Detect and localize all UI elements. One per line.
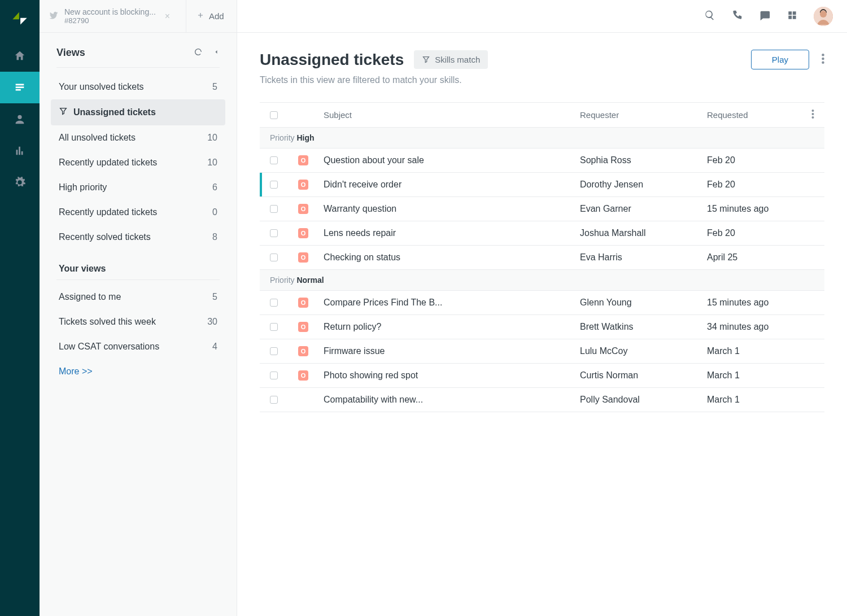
table-row[interactable]: O Photo showing red spot Curtis Norman M… [260, 364, 824, 388]
table-row[interactable]: Compatability with new... Polly Sandoval… [260, 388, 824, 412]
view-item[interactable]: Recently solved tickets8 [51, 225, 225, 250]
ticket-subject: Checking on status [324, 252, 580, 263]
col-requested[interactable]: Requested [707, 110, 803, 120]
svg-point-5 [812, 110, 814, 112]
ticket-subject: Firmware issue [324, 346, 580, 356]
row-checkbox[interactable] [270, 205, 278, 213]
main-area: New account is blocking... #82790 × Add [237, 0, 847, 616]
view-label: High priority [59, 182, 107, 193]
add-tab-button[interactable]: Add [186, 0, 234, 32]
ticket-requester: Curtis Norman [580, 370, 707, 381]
table-row[interactable]: O Firmware issue Lulu McCoy March 1 [260, 339, 824, 364]
table-menu-icon[interactable] [811, 111, 814, 120]
row-checkbox[interactable] [270, 396, 278, 404]
page-menu-icon[interactable] [822, 54, 824, 66]
status-badge: O [298, 322, 308, 332]
ticket-requester: Dorothy Jensen [580, 180, 707, 190]
group-prefix: Priority [270, 133, 295, 142]
view-item[interactable]: Low CSAT conversations4 [51, 334, 225, 359]
ticket-requester: Joshua Marshall [580, 228, 707, 238]
play-button[interactable]: Play [751, 50, 809, 69]
view-item[interactable]: High priority6 [51, 175, 225, 200]
row-checkbox[interactable] [270, 372, 278, 379]
ticket-requested: March 1 [707, 346, 803, 356]
select-all-checkbox[interactable] [270, 111, 278, 119]
ticket-subject: Compatability with new... [324, 395, 580, 405]
tickets-table: Subject Requester Requested Priority Hig… [260, 102, 824, 412]
ticket-requester: Eva Harris [580, 252, 707, 263]
svg-point-3 [822, 57, 824, 60]
svg-point-7 [812, 116, 814, 119]
status-badge: O [298, 346, 308, 356]
table-row[interactable]: O Compare Prices Find The B... Glenn You… [260, 291, 824, 315]
table-row[interactable]: O Warranty question Evan Garner 15 minut… [260, 197, 824, 221]
ticket-tab[interactable]: New account is blocking... #82790 × [40, 0, 186, 32]
view-item[interactable]: Your unsolved tickets5 [51, 75, 225, 99]
nav-customers[interactable] [0, 103, 40, 135]
tab-title: New account is blocking... [64, 7, 156, 16]
group-prefix: Priority [270, 276, 295, 285]
view-item[interactable]: Tickets solved this week30 [51, 309, 225, 334]
app-logo [10, 8, 30, 29]
view-count: 5 [212, 82, 217, 92]
row-checkbox[interactable] [270, 181, 278, 189]
table-row[interactable]: O Question about your sale Sophia Ross F… [260, 148, 824, 173]
status-badge: O [298, 180, 308, 190]
status-badge: O [298, 228, 308, 238]
ticket-requested: April 25 [707, 252, 803, 263]
ticket-subject: Warranty question [324, 204, 580, 214]
group-header: Priority High [260, 128, 824, 148]
ticket-requester: Lulu McCoy [580, 346, 707, 356]
group-value: Normal [296, 276, 324, 285]
ticket-requested: Feb 20 [707, 155, 803, 165]
row-checkbox[interactable] [270, 229, 278, 237]
ticket-requester: Glenn Young [580, 298, 707, 308]
row-checkbox[interactable] [270, 299, 278, 307]
row-checkbox[interactable] [270, 323, 278, 331]
phone-icon[interactable] [731, 10, 743, 23]
view-item[interactable]: Assigned to me5 [51, 285, 225, 309]
view-label: Your unsolved tickets [59, 82, 144, 92]
table-row[interactable]: O Checking on status Eva Harris April 25 [260, 246, 824, 270]
table-row[interactable]: O Didn't receive order Dorothy Jensen Fe… [260, 173, 824, 197]
close-icon[interactable]: × [165, 11, 170, 21]
view-item[interactable]: Unassigned tickets [51, 99, 225, 125]
nav-views[interactable] [0, 72, 40, 103]
view-item[interactable]: Recently updated tickets0 [51, 200, 225, 225]
skills-match-filter[interactable]: Skills match [414, 50, 488, 69]
table-row[interactable]: O Lens needs repair Joshua Marshall Feb … [260, 221, 824, 246]
avatar[interactable] [814, 7, 833, 26]
refresh-icon[interactable] [194, 47, 203, 59]
nav-rail [0, 0, 40, 616]
view-count: 30 [207, 317, 217, 327]
collapse-icon[interactable] [213, 48, 220, 58]
col-requester[interactable]: Requester [580, 110, 707, 120]
view-label: All unsolved tickets [59, 133, 136, 143]
table-row[interactable]: O Return policy? Brett Watkins 34 minute… [260, 315, 824, 339]
view-count: 10 [207, 133, 217, 143]
ticket-subject: Question about your sale [324, 155, 580, 165]
page-subtitle: Tickets in this view are filtered to mat… [260, 75, 824, 85]
row-checkbox[interactable] [270, 156, 278, 164]
ticket-subject: Compare Prices Find The B... [324, 298, 580, 308]
view-count: 6 [212, 182, 217, 193]
status-badge: O [298, 155, 308, 165]
your-views-heading: Your views [56, 252, 220, 280]
apps-icon[interactable] [787, 10, 798, 23]
view-item[interactable]: Recently updated tickets10 [51, 150, 225, 175]
col-subject[interactable]: Subject [324, 110, 580, 120]
chat-icon[interactable] [758, 9, 771, 24]
svg-point-2 [822, 54, 824, 56]
row-checkbox[interactable] [270, 347, 278, 355]
ticket-requested: 15 minutes ago [707, 298, 803, 308]
group-header: Priority Normal [260, 270, 824, 291]
row-checkbox[interactable] [270, 254, 278, 261]
more-views-link[interactable]: More >> [51, 359, 225, 384]
twitter-icon [49, 10, 59, 22]
nav-admin[interactable] [0, 167, 40, 198]
nav-reports[interactable] [0, 135, 40, 167]
nav-home[interactable] [0, 40, 40, 72]
view-item[interactable]: All unsolved tickets10 [51, 125, 225, 150]
status-badge: O [298, 204, 308, 214]
search-icon[interactable] [704, 10, 715, 23]
